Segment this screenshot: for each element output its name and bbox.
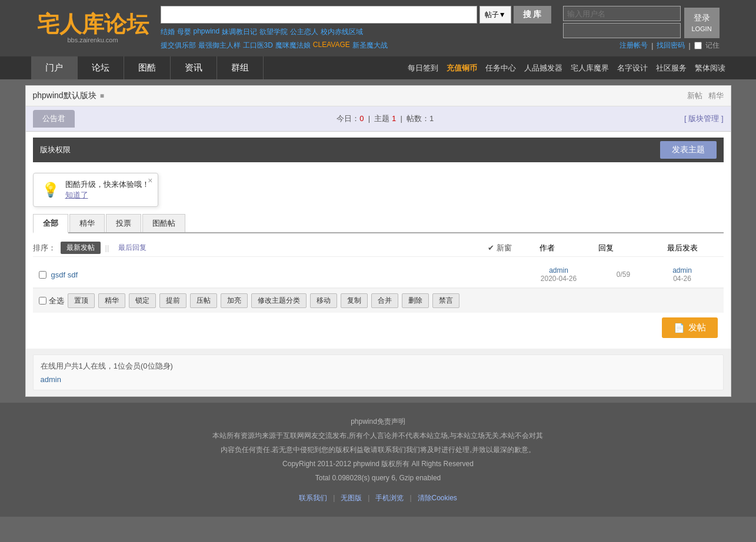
online-section: 在线用户共1人在线，1位会员(0位隐身) admin [33,354,724,390]
register-link[interactable]: 注册帐号 [620,41,648,51]
batch-category-btn[interactable]: 修改主题分类 [251,293,307,308]
tooltip-box: 💡 图酷升级，快来体验哦！ 知道了 × [33,173,158,207]
select-all-label[interactable]: 全选 [39,296,64,306]
nav-traditional[interactable]: 繁体阅读 [695,63,725,73]
last-author[interactable]: admin [672,266,692,275]
batch-top-btn[interactable]: 置顶 [68,293,95,308]
new-window-label: 新窗 [497,243,512,253]
footer-clear-cookies[interactable]: 清除Cookies [418,491,457,505]
tag-魔咪魔法娘[interactable]: 魔咪魔法娘 [275,41,311,51]
login-area: 登录LOGIN 注册帐号 | 找回密码 | 记住 [563,6,720,51]
nav-name-design[interactable]: 名字设计 [617,63,648,73]
footer-mobile[interactable]: 手机浏览 [375,491,404,505]
post-btn-label: 发帖 [688,322,706,333]
post-theme-button[interactable]: 发表主题 [660,141,717,159]
tag-phpwind[interactable]: phpwind [194,27,220,37]
batch-actions: 全选 置顶 精华 锁定 提前 压帖 加亮 修改主题分类 移动 复制 合并 删除 … [33,288,724,313]
post-btn-area: 📄 发帖 [33,313,724,343]
nav-recharge[interactable]: 充值铜币 [447,63,477,73]
best-post-action[interactable]: 精华 [708,91,724,101]
nav-daily-sign[interactable]: 每日签到 [408,63,438,73]
manage-link[interactable]: [ 版块管理 ] [684,113,723,124]
footer-no-image[interactable]: 无图版 [341,491,362,505]
search-input[interactable] [161,6,477,24]
sep1: | [651,42,653,50]
footer-contact[interactable]: 联系我们 [299,491,327,505]
topic-checkbox[interactable] [39,271,46,279]
copyright: CopyRight 2011-2012 phpwind 版权所有 All Rig… [12,457,744,471]
nav-personality[interactable]: 人品撼发器 [524,63,562,73]
sort-newest-btn[interactable]: 最新发帖 [61,242,101,254]
tab-all[interactable]: 全部 [33,214,68,233]
tag-妹调教日记[interactable]: 妹调教日记 [222,27,257,37]
logo-area: 宅人库论坛 bbs.zairenku.com [37,13,149,44]
tooltip-close[interactable]: × [148,176,152,185]
main-nav: 门户 论坛 图酷 资讯 群组 [31,56,264,79]
nav-community[interactable]: 社区服务 [656,63,687,73]
tag-工口医3D[interactable]: 工口医3D [243,41,273,51]
post-button[interactable]: 📄 发帖 [662,317,718,338]
topic-label: 主题 [374,114,389,123]
tooltip-link[interactable]: 知道了 [65,190,88,199]
tag-援交俱乐部[interactable]: 援交俱乐部 [161,41,196,51]
disclaimer1: 本站所有资源均来源于互联网网友交流发布,所有个人言论并不代表本站立场,与本站立场… [12,429,744,443]
topic-title[interactable]: gsdf sdf [51,270,518,279]
tag-校内赤线区域[interactable]: 校内赤线区域 [321,27,363,37]
forum-title-bar: phpwind默认版块 ■ 新帖 精华 [26,86,731,106]
tabs-row: 全部 精华 投票 图酷帖 [33,214,724,233]
remember-checkbox[interactable] [694,42,702,49]
nav-群组[interactable]: 群组 [217,56,264,79]
post-value: 1 [429,114,434,123]
batch-delete-btn[interactable]: 删除 [402,293,429,308]
tag-最强御主人样[interactable]: 最强御主人样 [198,41,241,51]
online-title: 在线用户共1人在线，1位会员(0位隐身) [41,361,716,372]
nav-论坛[interactable]: 论坛 [78,56,124,79]
disclaimer2: 内容负任何责任.若无意中侵犯到您的版权利益敬请联系我们我们将及时进行处理,并致以… [12,443,744,457]
tag-links-row2: 援交俱乐部 最强御主人样 工口医3D 魔咪魔法娘 CLEAVAGE 新圣魔大战 [161,41,551,51]
batch-lock-btn[interactable]: 锁定 [129,293,156,308]
tab-gallery[interactable]: 图酷帖 [142,214,185,232]
last-date: 04-26 [673,275,691,283]
tag-欲望学院[interactable]: 欲望学院 [259,27,288,37]
login-button[interactable]: 登录LOGIN [684,8,720,38]
nav-magic[interactable]: 宅人库魔界 [571,63,609,73]
find-password-link[interactable]: 找回密码 [657,41,685,51]
new-window-check[interactable]: ✔ 新窗 [488,243,512,253]
select-all-checkbox[interactable] [39,297,46,305]
batch-compress-btn[interactable]: 压帖 [190,293,217,308]
tab-vote[interactable]: 投票 [106,214,141,232]
online-user-admin[interactable]: admin [41,375,61,384]
tooltip-text: 图酷升级，快来体验哦！ 知道了 [65,179,149,200]
password-input[interactable] [563,23,681,38]
batch-ban-btn[interactable]: 禁言 [432,293,459,308]
tab-best[interactable]: 精华 [69,214,105,232]
batch-advance-btn[interactable]: 提前 [159,293,186,308]
nav-图酷[interactable]: 图酷 [124,56,171,79]
new-post-action[interactable]: 新帖 [687,91,702,101]
remember-label: 记住 [705,41,720,51]
announcement-tab[interactable]: 公告君 [33,110,75,128]
nav-task[interactable]: 任务中心 [485,63,516,73]
batch-best-btn[interactable]: 精华 [98,293,125,308]
batch-merge-btn[interactable]: 合并 [371,293,398,308]
tag-结婚[interactable]: 结婚 [161,27,175,37]
nav-资讯[interactable]: 资讯 [171,56,217,79]
batch-move-btn[interactable]: 移动 [310,293,337,308]
nav-门户[interactable]: 门户 [31,56,78,79]
search-button[interactable]: 搜 库 [514,6,551,24]
tag-新圣魔大战[interactable]: 新圣魔大战 [352,41,388,51]
search-type-button[interactable]: 帖子▼ [479,6,511,24]
tag-公主恋人[interactable]: 公主恋人 [290,27,318,37]
tag-母婴[interactable]: 母婴 [177,27,191,37]
batch-copy-btn[interactable]: 复制 [341,293,368,308]
site-logo[interactable]: 宅人库论坛 [37,13,149,35]
batch-highlight-btn[interactable]: 加亮 [221,293,248,308]
sort-latest-reply-btn[interactable]: 最后回复 [114,242,151,254]
footer-sep1: | [333,491,335,505]
tag-CLEAVAGE[interactable]: CLEAVAGE [313,41,350,51]
perm-bar: 版块权限 发表主题 [33,138,724,162]
topic-author[interactable]: admin [549,266,568,275]
username-input[interactable] [563,6,681,21]
col-replies: 回复 [582,243,630,253]
replies-count: 0 [617,270,621,279]
